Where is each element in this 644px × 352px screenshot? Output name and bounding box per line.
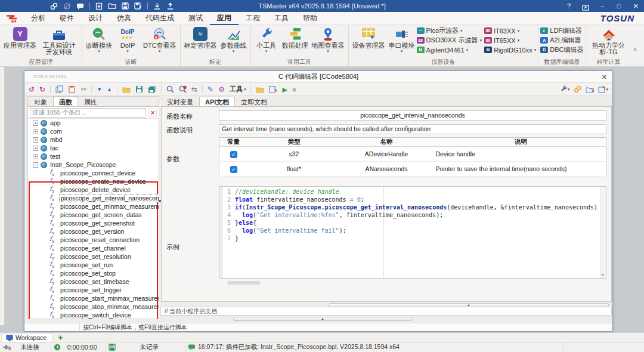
open-folder-icon[interactable] bbox=[108, 2, 116, 10]
app-manager-button[interactable]: Y 应用管理器 bbox=[2, 26, 38, 49]
it63xx-button[interactable]: 88IT63XX▾ bbox=[484, 27, 536, 35]
param-row[interactable]: ✓float*ANanosecondsPointer to save the i… bbox=[219, 162, 606, 177]
toolbox-ide-button[interactable]: 工具箱设计开发环境 bbox=[38, 26, 80, 55]
copy-icon[interactable] bbox=[55, 85, 63, 93]
expander-icon[interactable]: + bbox=[33, 129, 38, 134]
tree-root-app[interactable]: +app bbox=[28, 119, 159, 127]
diag-module-button[interactable]: 诊断模块 ▾ bbox=[84, 26, 114, 53]
replace-icon[interactable]: ⇆ bbox=[191, 85, 197, 94]
close-button[interactable]: ✕ bbox=[627, 0, 644, 12]
tab-functions[interactable]: 函数 bbox=[53, 97, 78, 106]
undo-icon[interactable]: ↺ bbox=[29, 85, 35, 94]
menu-item-design[interactable]: 设计 bbox=[81, 12, 110, 25]
add-workspace-button[interactable]: + bbox=[58, 334, 63, 342]
export-icon[interactable] bbox=[166, 2, 174, 10]
tree-root-com[interactable]: +com bbox=[28, 127, 159, 135]
menu-item-codegen[interactable]: 代码生成 bbox=[138, 12, 181, 25]
expander-icon[interactable]: − bbox=[33, 162, 38, 168]
pin-window-button[interactable] bbox=[577, 2, 594, 11]
menu-item-tools[interactable]: 工具 bbox=[267, 12, 296, 25]
tree-item-picoscope-switch-device[interactable]: fxpicoscope_switch_device bbox=[28, 311, 159, 319]
tree-item-picoscope-connect-device[interactable]: fxpicoscope_connect_device bbox=[28, 169, 159, 177]
help-button[interactable]: ? bbox=[561, 0, 577, 12]
splitter-grip-lower[interactable]: ▴ bbox=[233, 317, 412, 321]
clear-script-icon[interactable]: ✕ bbox=[269, 85, 277, 93]
save-as-icon[interactable] bbox=[134, 2, 142, 10]
edit-pencil-icon[interactable]: ✎ bbox=[208, 85, 213, 94]
ribbon-collapse-button[interactable]: ^ bbox=[630, 47, 640, 55]
it65xx-button[interactable]: 88IT65XX▾ bbox=[484, 36, 536, 44]
tree-item-picoscope-set-trigger[interactable]: fxpicoscope_set_trigger bbox=[28, 286, 159, 294]
clear-filter-button[interactable]: ✕ bbox=[148, 109, 157, 117]
build-folder-icon[interactable] bbox=[256, 86, 264, 93]
tree-item-picoscope-set-timebase[interactable]: fxpicoscope_set_timebase bbox=[28, 277, 159, 286]
config-wrench-icon[interactable]: ▾ bbox=[560, 85, 570, 94]
tab-objects[interactable]: 对象 bbox=[28, 97, 53, 106]
a2l-editor-button[interactable]: AA2L编辑器 bbox=[540, 36, 583, 44]
checkbox-checked-icon[interactable]: ✓ bbox=[230, 166, 237, 173]
menu-item-help[interactable]: 帮助 bbox=[296, 12, 324, 25]
ldf-editor-button[interactable]: LLDF编辑器 bbox=[540, 27, 583, 35]
workspace-tab[interactable]: Workspace bbox=[2, 333, 53, 342]
close-folder-icon[interactable]: ✕ bbox=[586, 86, 594, 93]
expander-icon[interactable]: + bbox=[33, 121, 38, 126]
tree-item-picoscope-get-interval-nanoseconds[interactable]: fxpicoscope_get_interval_nanoseconds bbox=[28, 194, 159, 202]
param-curve-button[interactable]: 参数曲线 ▾ bbox=[219, 26, 249, 53]
filter-input[interactable]: 过滤 1055 个条目... bbox=[30, 108, 146, 118]
tree-item-picoscope-start-minmax-measurement[interactable]: fxpicoscope_start_minmax_measurement bbox=[28, 294, 159, 302]
rigol-dg10xx-button[interactable]: MRigolDG10xx▾ bbox=[484, 46, 536, 54]
device-manager-button[interactable]: 设备管理器 bbox=[351, 26, 387, 49]
search-remove-icon[interactable] bbox=[179, 85, 187, 93]
doip-button[interactable]: DoIP DoIP ▾ bbox=[114, 26, 141, 53]
dso30xx-scope-button[interactable]: 88DSO30XX 示波器▾ bbox=[417, 36, 482, 44]
tree-item-picoscope-set-resolution[interactable]: fxpicoscope_set_resolution bbox=[28, 252, 159, 261]
settings-gear-icon[interactable]: ⚙ bbox=[218, 85, 225, 94]
function-desc-input[interactable]: Get interval time (nano seconds), which … bbox=[219, 124, 606, 134]
link-icon[interactable] bbox=[50, 2, 58, 10]
expander-icon[interactable]: + bbox=[33, 154, 38, 159]
save-icon[interactable] bbox=[122, 2, 129, 10]
example-code-editor[interactable]: 1//devicehandle: device handle2float fin… bbox=[219, 186, 606, 279]
tree-root-mbd[interactable]: +mbd bbox=[28, 135, 159, 144]
dbc-editor-button[interactable]: DDBC编辑器 bbox=[540, 46, 583, 54]
serial-module-button[interactable]: 串口模块 ▾ bbox=[387, 26, 417, 53]
menu-item-application[interactable]: 应用 bbox=[210, 12, 239, 25]
maximize-button[interactable]: □ bbox=[611, 0, 627, 12]
import-icon[interactable] bbox=[153, 2, 161, 10]
search-icon[interactable] bbox=[166, 85, 174, 93]
tree-item-picoscope-get-screen-datas[interactable]: fxpicoscope_get_screen_datas bbox=[28, 211, 159, 219]
save-all-icon[interactable] bbox=[148, 85, 156, 93]
link-chain-icon[interactable] bbox=[574, 85, 581, 93]
tab-immediate-doc[interactable]: 立即文档 bbox=[235, 97, 273, 106]
redo-icon[interactable]: ↻ bbox=[39, 85, 45, 94]
tree-item-picoscope-get-minmax-measurement[interactable]: fxpicoscope_get_minmax_measurement bbox=[28, 202, 159, 211]
tree-item-picoscope-set-channel[interactable]: fxpicoscope_set_channel bbox=[28, 244, 159, 252]
tab-properties[interactable]: 属性 bbox=[78, 97, 103, 106]
menu-item-test[interactable]: 测试 bbox=[181, 12, 210, 25]
move-up-icon[interactable]: ▲ bbox=[107, 85, 112, 94]
pane-collapse-icon[interactable]: ◂ bbox=[158, 197, 161, 203]
new-file-icon[interactable] bbox=[95, 2, 103, 10]
message-icon[interactable] bbox=[76, 2, 84, 10]
tree-root-tac[interactable]: +tac bbox=[28, 144, 159, 152]
mini-tools-button[interactable]: 小工具 ▾ bbox=[253, 26, 280, 53]
cut-icon[interactable]: ✂ bbox=[80, 85, 86, 94]
menu-item-simulation[interactable]: 仿真 bbox=[110, 12, 138, 25]
param-row[interactable]: ✓s32ADeviceHandleDevice handle bbox=[219, 147, 606, 162]
paste-icon[interactable] bbox=[68, 85, 76, 93]
stop-icon[interactable]: ■ bbox=[292, 85, 296, 94]
tab-realtime-vars[interactable]: 实时变量 bbox=[161, 97, 199, 106]
open-script-icon[interactable] bbox=[122, 86, 131, 93]
dtc-viewer-button[interactable]: 0 DTC查看器 ▾ bbox=[141, 26, 178, 53]
tools-dropdown-button[interactable]: 工具▾ bbox=[230, 85, 246, 94]
move-down-icon[interactable]: ▼ bbox=[97, 85, 102, 94]
data-processing-button[interactable]: 数据处理 bbox=[280, 26, 310, 49]
menu-item-analysis[interactable]: 分析 bbox=[24, 12, 52, 25]
tree-item-picoscope-reset-connection[interactable]: fxpicoscope_reset_connection bbox=[28, 236, 159, 244]
tree-item-picoscope-stop-minmax-measurement[interactable]: fxpicoscope_stop_minmax_measurement bbox=[28, 302, 159, 311]
tree-item-picoscope-get-version[interactable]: fxpicoscope_get_version bbox=[28, 227, 159, 236]
tree-group-instr-scope-picoscope[interactable]: −Instr_Scope_Picoscope bbox=[28, 160, 159, 169]
editor-close-button[interactable]: ✕ bbox=[602, 71, 607, 83]
tree-root-test[interactable]: +test bbox=[28, 152, 159, 160]
run-icon[interactable]: ▶ bbox=[282, 85, 287, 94]
